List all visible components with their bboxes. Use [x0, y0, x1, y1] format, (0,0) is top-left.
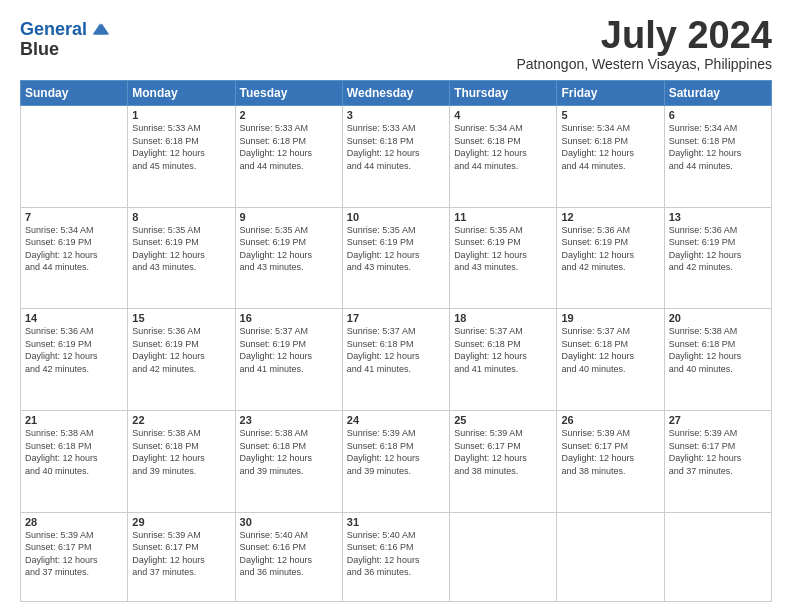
calendar-week-row: 28Sunrise: 5:39 AM Sunset: 6:17 PM Dayli…	[21, 512, 772, 601]
table-row: 5Sunrise: 5:34 AM Sunset: 6:18 PM Daylig…	[557, 106, 664, 208]
header-thursday: Thursday	[450, 81, 557, 106]
day-info: Sunrise: 5:35 AM Sunset: 6:19 PM Dayligh…	[132, 224, 230, 274]
table-row: 19Sunrise: 5:37 AM Sunset: 6:18 PM Dayli…	[557, 309, 664, 411]
day-number: 6	[669, 109, 767, 121]
table-row: 2Sunrise: 5:33 AM Sunset: 6:18 PM Daylig…	[235, 106, 342, 208]
day-info: Sunrise: 5:36 AM Sunset: 6:19 PM Dayligh…	[132, 325, 230, 375]
day-info: Sunrise: 5:35 AM Sunset: 6:19 PM Dayligh…	[454, 224, 552, 274]
table-row: 6Sunrise: 5:34 AM Sunset: 6:18 PM Daylig…	[664, 106, 771, 208]
page: General Blue July 2024 Patnongon, Wester…	[0, 0, 792, 612]
table-row: 17Sunrise: 5:37 AM Sunset: 6:18 PM Dayli…	[342, 309, 449, 411]
table-row: 16Sunrise: 5:37 AM Sunset: 6:19 PM Dayli…	[235, 309, 342, 411]
day-info: Sunrise: 5:38 AM Sunset: 6:18 PM Dayligh…	[669, 325, 767, 375]
day-number: 3	[347, 109, 445, 121]
table-row: 30Sunrise: 5:40 AM Sunset: 6:16 PM Dayli…	[235, 512, 342, 601]
table-row: 14Sunrise: 5:36 AM Sunset: 6:19 PM Dayli…	[21, 309, 128, 411]
header-saturday: Saturday	[664, 81, 771, 106]
day-number: 28	[25, 516, 123, 528]
calendar-table: Sunday Monday Tuesday Wednesday Thursday…	[20, 80, 772, 602]
day-info: Sunrise: 5:33 AM Sunset: 6:18 PM Dayligh…	[240, 122, 338, 172]
day-number: 26	[561, 414, 659, 426]
header-tuesday: Tuesday	[235, 81, 342, 106]
day-info: Sunrise: 5:38 AM Sunset: 6:18 PM Dayligh…	[240, 427, 338, 477]
day-number: 21	[25, 414, 123, 426]
day-number: 29	[132, 516, 230, 528]
day-number: 14	[25, 312, 123, 324]
logo-line1: General	[20, 20, 111, 40]
day-info: Sunrise: 5:37 AM Sunset: 6:18 PM Dayligh…	[454, 325, 552, 375]
day-info: Sunrise: 5:36 AM Sunset: 6:19 PM Dayligh…	[25, 325, 123, 375]
day-info: Sunrise: 5:35 AM Sunset: 6:19 PM Dayligh…	[240, 224, 338, 274]
day-info: Sunrise: 5:34 AM Sunset: 6:18 PM Dayligh…	[669, 122, 767, 172]
calendar-week-row: 7Sunrise: 5:34 AM Sunset: 6:19 PM Daylig…	[21, 207, 772, 309]
day-info: Sunrise: 5:34 AM Sunset: 6:18 PM Dayligh…	[454, 122, 552, 172]
day-info: Sunrise: 5:39 AM Sunset: 6:17 PM Dayligh…	[132, 529, 230, 579]
header-monday: Monday	[128, 81, 235, 106]
header: General Blue July 2024 Patnongon, Wester…	[20, 16, 772, 72]
table-row: 1Sunrise: 5:33 AM Sunset: 6:18 PM Daylig…	[128, 106, 235, 208]
day-number: 11	[454, 211, 552, 223]
table-row	[664, 512, 771, 601]
table-row	[21, 106, 128, 208]
table-row: 15Sunrise: 5:36 AM Sunset: 6:19 PM Dayli…	[128, 309, 235, 411]
day-info: Sunrise: 5:39 AM Sunset: 6:17 PM Dayligh…	[669, 427, 767, 477]
day-number: 2	[240, 109, 338, 121]
table-row: 13Sunrise: 5:36 AM Sunset: 6:19 PM Dayli…	[664, 207, 771, 309]
logo-line2: Blue	[20, 40, 111, 60]
table-row: 29Sunrise: 5:39 AM Sunset: 6:17 PM Dayli…	[128, 512, 235, 601]
day-number: 20	[669, 312, 767, 324]
day-info: Sunrise: 5:35 AM Sunset: 6:19 PM Dayligh…	[347, 224, 445, 274]
header-sunday: Sunday	[21, 81, 128, 106]
day-number: 12	[561, 211, 659, 223]
day-info: Sunrise: 5:39 AM Sunset: 6:17 PM Dayligh…	[561, 427, 659, 477]
table-row	[557, 512, 664, 601]
day-number: 23	[240, 414, 338, 426]
table-row: 11Sunrise: 5:35 AM Sunset: 6:19 PM Dayli…	[450, 207, 557, 309]
table-row: 10Sunrise: 5:35 AM Sunset: 6:19 PM Dayli…	[342, 207, 449, 309]
table-row: 8Sunrise: 5:35 AM Sunset: 6:19 PM Daylig…	[128, 207, 235, 309]
day-number: 5	[561, 109, 659, 121]
day-number: 10	[347, 211, 445, 223]
table-row: 3Sunrise: 5:33 AM Sunset: 6:18 PM Daylig…	[342, 106, 449, 208]
calendar-header-row: Sunday Monday Tuesday Wednesday Thursday…	[21, 81, 772, 106]
calendar-week-row: 1Sunrise: 5:33 AM Sunset: 6:18 PM Daylig…	[21, 106, 772, 208]
day-info: Sunrise: 5:40 AM Sunset: 6:16 PM Dayligh…	[347, 529, 445, 579]
month-title: July 2024	[516, 16, 772, 54]
day-number: 7	[25, 211, 123, 223]
day-number: 31	[347, 516, 445, 528]
table-row: 27Sunrise: 5:39 AM Sunset: 6:17 PM Dayli…	[664, 410, 771, 512]
day-number: 13	[669, 211, 767, 223]
table-row: 25Sunrise: 5:39 AM Sunset: 6:17 PM Dayli…	[450, 410, 557, 512]
table-row: 7Sunrise: 5:34 AM Sunset: 6:19 PM Daylig…	[21, 207, 128, 309]
day-number: 15	[132, 312, 230, 324]
logo-icon	[89, 18, 111, 40]
table-row: 4Sunrise: 5:34 AM Sunset: 6:18 PM Daylig…	[450, 106, 557, 208]
day-number: 30	[240, 516, 338, 528]
day-info: Sunrise: 5:34 AM Sunset: 6:19 PM Dayligh…	[25, 224, 123, 274]
table-row: 21Sunrise: 5:38 AM Sunset: 6:18 PM Dayli…	[21, 410, 128, 512]
day-info: Sunrise: 5:40 AM Sunset: 6:16 PM Dayligh…	[240, 529, 338, 579]
day-info: Sunrise: 5:36 AM Sunset: 6:19 PM Dayligh…	[669, 224, 767, 274]
day-info: Sunrise: 5:36 AM Sunset: 6:19 PM Dayligh…	[561, 224, 659, 274]
day-info: Sunrise: 5:37 AM Sunset: 6:19 PM Dayligh…	[240, 325, 338, 375]
day-info: Sunrise: 5:39 AM Sunset: 6:17 PM Dayligh…	[454, 427, 552, 477]
table-row: 20Sunrise: 5:38 AM Sunset: 6:18 PM Dayli…	[664, 309, 771, 411]
day-info: Sunrise: 5:33 AM Sunset: 6:18 PM Dayligh…	[347, 122, 445, 172]
table-row: 26Sunrise: 5:39 AM Sunset: 6:17 PM Dayli…	[557, 410, 664, 512]
day-info: Sunrise: 5:33 AM Sunset: 6:18 PM Dayligh…	[132, 122, 230, 172]
day-number: 25	[454, 414, 552, 426]
location: Patnongon, Western Visayas, Philippines	[516, 56, 772, 72]
day-number: 4	[454, 109, 552, 121]
day-info: Sunrise: 5:38 AM Sunset: 6:18 PM Dayligh…	[25, 427, 123, 477]
day-info: Sunrise: 5:37 AM Sunset: 6:18 PM Dayligh…	[347, 325, 445, 375]
title-block: July 2024 Patnongon, Western Visayas, Ph…	[516, 16, 772, 72]
calendar-week-row: 21Sunrise: 5:38 AM Sunset: 6:18 PM Dayli…	[21, 410, 772, 512]
day-number: 19	[561, 312, 659, 324]
day-number: 27	[669, 414, 767, 426]
day-info: Sunrise: 5:37 AM Sunset: 6:18 PM Dayligh…	[561, 325, 659, 375]
table-row: 24Sunrise: 5:39 AM Sunset: 6:18 PM Dayli…	[342, 410, 449, 512]
day-number: 22	[132, 414, 230, 426]
table-row	[450, 512, 557, 601]
table-row: 12Sunrise: 5:36 AM Sunset: 6:19 PM Dayli…	[557, 207, 664, 309]
day-info: Sunrise: 5:39 AM Sunset: 6:18 PM Dayligh…	[347, 427, 445, 477]
